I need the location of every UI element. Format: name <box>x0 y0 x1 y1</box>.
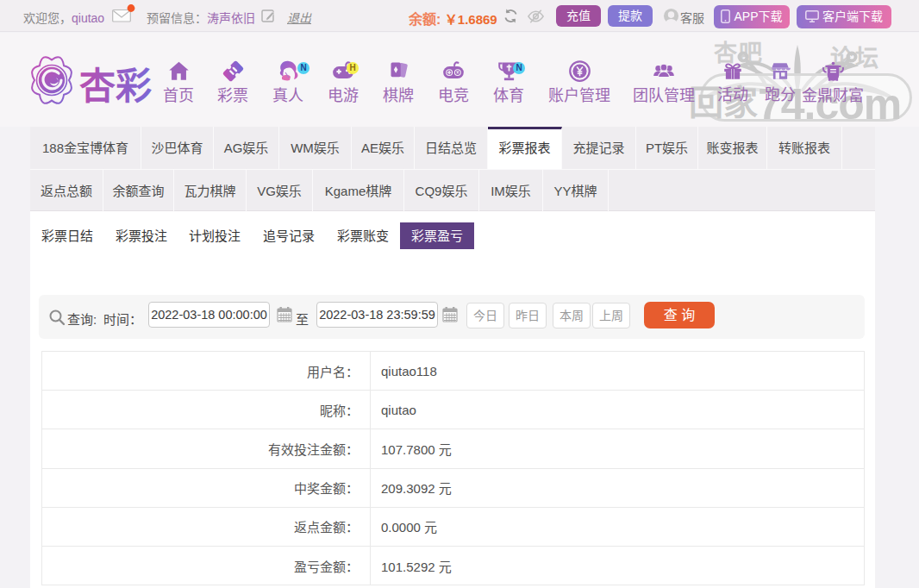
svg-text:杏彩: 杏彩 <box>79 66 152 107</box>
